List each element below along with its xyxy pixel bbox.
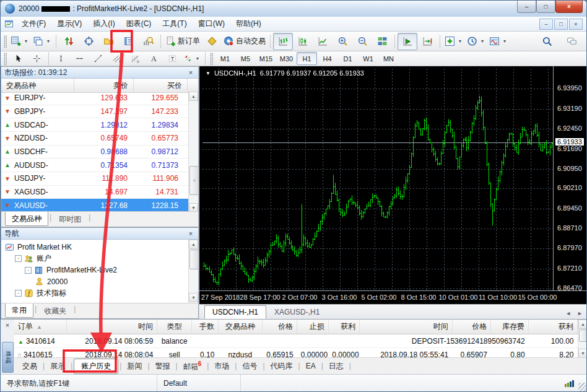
zoom-out-button[interactable] [352, 33, 372, 50]
column-ask[interactable]: 买价 [134, 79, 188, 92]
trendline-tool-button[interactable] [89, 52, 107, 66]
symbol-row[interactable]: GBPJPY- 147.197 147.233 [1, 105, 198, 119]
profiles-button[interactable]: ▾ [31, 33, 53, 50]
symbol-row[interactable]: XAGUSD- 14.697 14.731 [1, 186, 198, 199]
panel-tab[interactable]: 收藏夹 [38, 305, 72, 318]
cursor-tool-button[interactable] [9, 52, 27, 66]
close-button[interactable]: × [555, 1, 583, 13]
scroll-down-icon[interactable]: ▼ [189, 293, 198, 302]
crosshair-tool-button[interactable] [27, 52, 46, 66]
scroll-up-icon[interactable]: ▲ [189, 92, 198, 101]
scrollbar-thumb[interactable]: ≡ [189, 166, 199, 195]
chart-window[interactable]: ▼ USDCNH-,H1 6.91779 6.91937 6.91205 6.9… [199, 66, 587, 304]
candlestick-chart[interactable] [202, 69, 553, 290]
minimize-button[interactable]: – [517, 1, 536, 13]
new-chart-button[interactable]: ▾ [9, 33, 31, 50]
toolbar-grip[interactable] [4, 53, 7, 65]
mdi-restore-button[interactable]: □ [554, 19, 568, 30]
symbol-row[interactable]: AUDUSD- 0.71354 0.71373 [1, 159, 198, 172]
panel-tab[interactable]: 常用 [5, 303, 33, 318]
timeframe-button[interactable]: M30 [276, 52, 297, 65]
symbol-row[interactable]: XAUUSD- 1227.68 1228.15 [1, 199, 198, 212]
mdi-close-button[interactable]: × [569, 19, 583, 30]
orders-column-header[interactable]: 库存费 [491, 320, 529, 334]
timeframe-button[interactable]: H1 [297, 52, 317, 65]
status-profile[interactable]: Default [157, 375, 241, 392]
menu-item[interactable]: 图表(C) [121, 17, 157, 30]
menu-item[interactable]: 显示(V) [51, 17, 87, 30]
terminal-tab[interactable]: 市场 [210, 359, 233, 373]
tree-item[interactable]: - 账户 [15, 253, 187, 265]
text-tool-button[interactable] [144, 52, 163, 66]
auto-scroll-button[interactable] [398, 33, 417, 50]
close-icon[interactable]: × [3, 321, 12, 329]
timeframe-button[interactable]: M1 [215, 52, 235, 65]
candlestick-chart-button[interactable] [293, 33, 313, 50]
terminal-tab[interactable]: 警报 [151, 359, 175, 373]
symbol-row[interactable]: USDJPY- 111.890 111.906 [1, 172, 198, 186]
orders-column-header[interactable]: 获利 [328, 320, 360, 334]
scrollbar-thumb[interactable] [579, 329, 587, 342]
autotrading-button[interactable]: 自动交易 [222, 33, 267, 50]
terminal-button[interactable] [118, 33, 138, 50]
scrollbar-thumb[interactable] [189, 250, 199, 269]
tree-item[interactable]: - ProfitMarketHK-Live2 [25, 264, 187, 276]
symbol-row[interactable]: NZDUSD- 0.65749 0.65773 [1, 132, 198, 146]
text-label-tool-button[interactable] [163, 52, 181, 66]
tree-item[interactable]: Profit Market HK [5, 242, 187, 253]
zoom-in-button[interactable] [333, 33, 352, 50]
symbol-row[interactable]: EURJPY- 129.633 129.655 [1, 92, 198, 105]
data-window-button[interactable] [79, 33, 98, 50]
orders-column-header[interactable]: 手数 [192, 320, 218, 334]
strategy-tester-button[interactable] [138, 33, 158, 50]
menu-item[interactable]: 窗口(W) [193, 17, 230, 30]
navigator-button[interactable] [98, 33, 118, 50]
line-chart-button[interactable] [313, 33, 333, 50]
column-bid[interactable]: 卖价 [74, 79, 134, 92]
tree-item[interactable]: - 技术指标 [15, 287, 187, 299]
orders-column-header[interactable]: 价格 [262, 320, 297, 334]
horizontal-line-tool-button[interactable] [70, 52, 89, 66]
templates-button[interactable]: ▾ [487, 33, 510, 50]
price-axis[interactable]: 6.939506.931906.924506.916906.909506.902… [553, 66, 587, 290]
market-watch-scrollbar[interactable]: ▲ ≡ ▼ [188, 92, 198, 212]
order-row-balance[interactable]: ▲3410614 2018.09.14 08:06:59 balance DEP… [14, 334, 578, 348]
orders-column-header[interactable]: 时间 [360, 320, 453, 334]
arrows-tool-button[interactable]: ▾ [181, 52, 202, 66]
timeframe-button[interactable]: H4 [317, 52, 337, 65]
timeframe-button[interactable]: D1 [337, 52, 358, 65]
close-icon[interactable]: × [186, 69, 195, 76]
mdi-minimize-button[interactable]: – [539, 19, 553, 30]
chart-tab[interactable]: XAGUSD-,H1 [266, 305, 328, 319]
tree-expander[interactable]: - [25, 267, 32, 274]
close-icon[interactable]: × [186, 230, 195, 237]
panel-tab[interactable]: 交易品种 [5, 212, 48, 226]
orders-column-header[interactable]: 获利 [529, 320, 578, 334]
timeframe-button[interactable]: M15 [256, 52, 276, 65]
menu-item[interactable]: 帮助(H) [230, 17, 267, 30]
order-row-trade[interactable]: ▯3410615 2018.09.14 08:08:04 sell 0.10 n… [14, 348, 578, 359]
timeframe-button[interactable]: MN [378, 52, 399, 65]
chart-shift-button[interactable] [417, 33, 437, 50]
tree-expander[interactable]: - [15, 255, 22, 262]
orders-column-header[interactable]: 时间 [67, 320, 157, 334]
market-watch-button[interactable] [59, 33, 79, 50]
terminal-tab[interactable]: 展示 [46, 359, 69, 373]
terminal-tab[interactable]: 信号 [238, 359, 261, 373]
terminal-scrollbar[interactable]: ▲ ▼ [578, 320, 587, 358]
timeframe-button[interactable]: W1 [358, 52, 378, 65]
symbol-row[interactable]: USDCAD- 1.29812 1.29834 [1, 118, 198, 132]
fibonacci-tool-button[interactable] [126, 52, 144, 66]
chart-tab[interactable]: USDCNH-,H1 [204, 305, 266, 319]
community-chat-button[interactable] [562, 33, 581, 50]
column-symbol[interactable]: 交易品种 [1, 79, 74, 92]
navigator-scrollbar[interactable]: ▲ ▼ [188, 240, 198, 302]
new-order-button[interactable]: 新订单 [163, 33, 202, 50]
search-button[interactable] [537, 33, 557, 50]
scroll-tabs-left-icon[interactable]: ◄ [565, 310, 571, 316]
time-axis[interactable]: 27 Sep 201828 Sep 17:002 Oct 07:003 Oct … [199, 290, 587, 305]
resize-grip[interactable] [578, 383, 587, 391]
terminal-tab[interactable]: 代码库 [266, 359, 297, 373]
scroll-tabs-right-icon[interactable]: ► [577, 310, 583, 316]
terminal-tab[interactable]: 账户历史 [74, 359, 118, 374]
